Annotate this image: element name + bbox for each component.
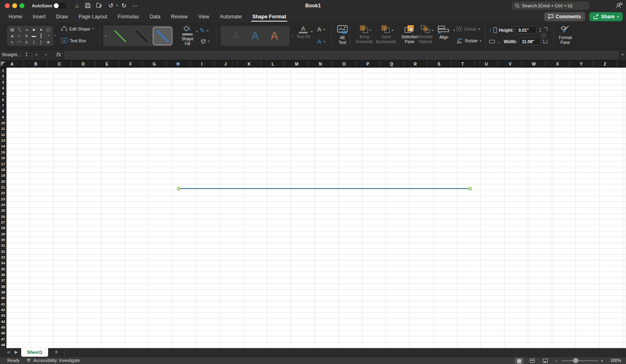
formula-input[interactable] [64, 51, 619, 59]
reorder-objects-button[interactable]: Reorder Objects [414, 25, 437, 44]
zoom-out-button[interactable]: − [555, 358, 558, 363]
column-header-n[interactable]: N [309, 61, 332, 67]
column-header-x[interactable]: X [546, 61, 569, 67]
name-box[interactable]: Straight... [2, 52, 24, 57]
sheet-tab-sheet1[interactable]: Sheet1 [21, 348, 48, 357]
row-header-2[interactable]: 2 [0, 73, 7, 79]
accessibility-status[interactable]: Accessibility: Investigate [26, 358, 80, 363]
shape-fill-button[interactable]: Shape Fill [179, 25, 196, 46]
send-backwards-button[interactable]: Send Backwards [373, 25, 399, 44]
shape-styles-prev-icon[interactable]: ‹ [105, 33, 106, 38]
tab-shape-format[interactable]: Shape Format [247, 11, 291, 22]
arrow-shape[interactable]: ↘ [25, 26, 28, 33]
arc-shape[interactable]: ◠ [18, 39, 21, 45]
tab-formulas[interactable]: Formulas [112, 11, 144, 22]
height-stepper[interactable]: ▲▼ [539, 27, 541, 33]
cancel-icon[interactable]: × [35, 52, 38, 58]
shape-outline-button[interactable]: ✎ ▾ [200, 27, 209, 34]
elbow-connector-shape[interactable]: ⌐ [18, 33, 21, 39]
column-header-o[interactable]: O [333, 61, 356, 67]
row-header-30[interactable]: 30 [0, 237, 7, 243]
row-header-25[interactable]: 25 [0, 208, 7, 213]
width-input[interactable]: 11.08" [519, 37, 540, 45]
text-outline-button[interactable]: A ▾ [317, 26, 325, 32]
triangle-shape[interactable]: ▲ [10, 33, 14, 39]
elbow-arrow-shape[interactable]: ↳ [25, 33, 28, 39]
text-effects-button[interactable]: A ▾ [317, 39, 325, 44]
normal-view-button[interactable]: ▦ [515, 357, 524, 364]
row-header-48[interactable]: 48 [0, 342, 7, 348]
zoom-slider-knob[interactable] [573, 358, 578, 363]
text-box-button[interactable]: A Text Box [61, 38, 86, 43]
row-header-40[interactable]: 40 [0, 295, 7, 301]
tab-review[interactable]: Review [165, 11, 193, 22]
reorder-objects-chevron-icon[interactable]: ▾ [432, 29, 433, 32]
wordart-blue[interactable]: A [251, 30, 259, 42]
row-header-9[interactable]: 9 [0, 114, 7, 120]
row-header-22[interactable]: 22 [0, 190, 7, 196]
column-header-m[interactable]: M [285, 61, 309, 67]
row-header-44[interactable]: 44 [0, 319, 7, 325]
text-box-shape[interactable]: ▤ [10, 26, 14, 33]
row-header-31[interactable]: 31 [0, 243, 7, 248]
column-header-b[interactable]: B [24, 61, 48, 67]
column-header-h[interactable]: H [166, 61, 190, 67]
black-line-style[interactable] [132, 27, 151, 45]
row-header-16[interactable]: 16 [0, 155, 7, 161]
column-header-q[interactable]: Q [380, 61, 403, 67]
dash-shape[interactable]: ▬ [32, 33, 36, 39]
column-header-d[interactable]: D [72, 61, 95, 67]
row-header-11[interactable]: 11 [0, 126, 7, 132]
page-break-view-button[interactable] [541, 357, 550, 364]
shape-effects-button[interactable]: ▾ [200, 39, 209, 44]
column-header-l[interactable]: L [261, 61, 285, 67]
column-header-w[interactable]: W [522, 61, 546, 67]
row-header-35[interactable]: 35 [0, 266, 7, 272]
rectangle-shape[interactable]: ■ [33, 26, 35, 33]
page-layout-view-button[interactable] [528, 357, 537, 364]
row-header-13[interactable]: 13 [0, 138, 7, 143]
oval-shape[interactable]: ● [40, 26, 42, 33]
add-sheet-button[interactable]: + [53, 349, 60, 355]
wordart-orange[interactable]: A [271, 30, 279, 42]
column-header-y[interactable]: Y [570, 61, 593, 67]
row-header-8[interactable]: 8 [0, 108, 7, 114]
green-line-style[interactable] [110, 27, 130, 45]
column-header-f[interactable]: F [119, 61, 143, 67]
row-header-32[interactable]: 32 [0, 249, 7, 254]
insert-function-icon[interactable]: fx [56, 51, 61, 57]
row-header-39[interactable]: 39 [0, 289, 7, 295]
pie-shape[interactable]: ◔ [47, 33, 49, 39]
people-icon[interactable] [616, 2, 622, 8]
row-header-4[interactable]: 4 [0, 85, 7, 91]
select-all-button[interactable] [0, 61, 0, 68]
zoom-slider-track[interactable] [562, 360, 598, 361]
wordart-dark[interactable]: A [232, 30, 240, 42]
wordart-gallery-more-icon[interactable]: › [292, 33, 293, 37]
vertical-line-shape[interactable]: ┃ [40, 33, 42, 39]
tab-insert[interactable]: Insert [27, 11, 51, 22]
comments-button[interactable]: Comments [544, 12, 585, 21]
tab-automate[interactable]: Automate [214, 11, 247, 22]
row-header-12[interactable]: 12 [0, 132, 7, 138]
straight-connector-shape[interactable] [179, 188, 470, 189]
tab-home[interactable]: Home [3, 11, 27, 22]
column-header-z[interactable]: Z [593, 61, 617, 67]
line-shape[interactable]: ╲ [18, 26, 20, 33]
blue-line-style[interactable] [153, 27, 172, 45]
column-header-u[interactable]: U [475, 61, 498, 67]
name-box-stepper[interactable]: ▲▼ [25, 52, 28, 57]
column-header-s[interactable]: S [427, 61, 451, 67]
row-header-6[interactable]: 6 [0, 97, 7, 103]
row-header-21[interactable]: 21 [0, 184, 7, 190]
row-header-46[interactable]: 46 [0, 330, 7, 336]
height-input[interactable]: 0.01" [516, 26, 537, 34]
enter-icon[interactable]: ✓ [44, 52, 48, 57]
row-header-33[interactable]: 33 [0, 254, 7, 260]
row-header-27[interactable]: 27 [0, 219, 7, 225]
formula-bar-expand-icon[interactable]: ▼ [621, 53, 624, 57]
column-header-e[interactable]: E [95, 61, 119, 67]
row-header-18[interactable]: 18 [0, 167, 7, 173]
lock-aspect-ratio-checkbox[interactable] [541, 33, 546, 38]
column-header-partial[interactable] [617, 61, 626, 67]
